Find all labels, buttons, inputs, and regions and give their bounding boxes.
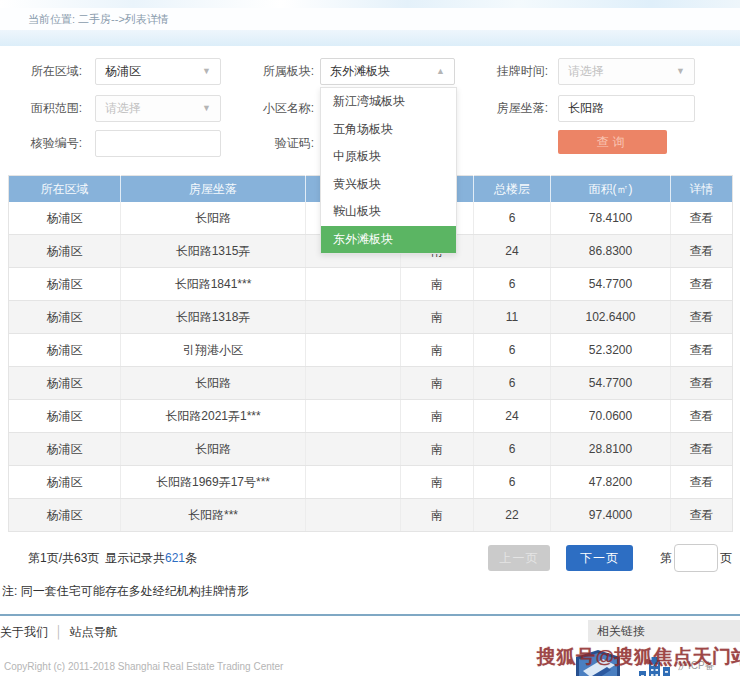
table-cell: 长阳路1318弄 [121, 301, 306, 334]
table-cell: 杨浦区 [9, 202, 121, 235]
next-page-button[interactable]: 下一页 [566, 545, 633, 571]
about-link[interactable]: 关于我们 [0, 625, 48, 639]
page-info: 第1页/共63页 [28, 550, 99, 567]
table-cell: 47.8200 [551, 466, 671, 499]
records-count: 621 [165, 551, 185, 565]
table-cell: 南 [401, 301, 474, 334]
table-cell: 南 [401, 334, 474, 367]
community-name-label: 小区名称: [248, 95, 314, 122]
table-cell: 杨浦区 [9, 400, 121, 433]
goto-page-prefix: 第 [660, 550, 672, 567]
goto-page-suffix: 页 [720, 550, 732, 567]
block-option[interactable]: 中原板块 [321, 143, 456, 171]
related-links-header: 相关链接 [588, 620, 740, 642]
detail-link[interactable]: 查看 [671, 334, 733, 367]
area-range-label: 面积范围: [16, 95, 82, 122]
table-row: 杨浦区长阳路南628.8100查看 [9, 433, 733, 466]
pagination-bar: 第1页/共63页 显示记录共621条 上一页 下一页 第 页 [0, 532, 740, 580]
table-cell: 长阳路*** [121, 499, 306, 532]
table-cell: 6 [474, 433, 551, 466]
table-cell: 南 [401, 268, 474, 301]
detail-link[interactable]: 查看 [671, 499, 733, 532]
table-cell: 南 [401, 367, 474, 400]
block-dropdown-panel: 新江湾城板块五角场板块中原板块黄兴板块鞍山板块东外滩板块 [320, 87, 457, 254]
area-range-select[interactable]: 请选择 ▼ [95, 95, 221, 122]
table-cell: 南 [401, 433, 474, 466]
table-cell: 杨浦区 [9, 268, 121, 301]
breadcrumb-bar: 当前位置: 二手房-->列表详情 [0, 8, 740, 30]
table-row: 杨浦区长阳路1969弄17号***南647.8200查看 [9, 466, 733, 499]
header-total-floors: 总楼层 [474, 176, 551, 203]
region-label: 所在区域: [16, 58, 82, 85]
table-cell: 杨浦区 [9, 466, 121, 499]
captcha-label: 验证码: [248, 130, 314, 157]
top-strip [0, 0, 740, 8]
chevron-down-icon: ▼ [202, 104, 211, 113]
watermark: 搜狐号@搜狐焦点天门站 [537, 644, 740, 670]
block-option[interactable]: 黄兴板块 [321, 171, 456, 199]
table-cell: 长阳路1969弄17号*** [121, 466, 306, 499]
block-option[interactable]: 东外滩板块 [321, 226, 456, 254]
table-cell: 24 [474, 400, 551, 433]
table-row: 杨浦区长阳路1841***南654.7700查看 [9, 268, 733, 301]
block-option[interactable]: 鞍山板块 [321, 198, 456, 226]
detail-link[interactable]: 查看 [671, 301, 733, 334]
table-cell: 杨浦区 [9, 301, 121, 334]
footer-links: 关于我们│站点导航 相关链接 [0, 616, 740, 647]
prev-page-button[interactable]: 上一页 [488, 545, 550, 571]
table-cell: 杨浦区 [9, 235, 121, 268]
table-cell: 6 [474, 268, 551, 301]
region-select[interactable]: 杨浦区 ▼ [95, 58, 221, 85]
detail-link[interactable]: 查看 [671, 367, 733, 400]
table-cell: 长阳路2021弄1*** [121, 400, 306, 433]
table-cell: 长阳路 [121, 202, 306, 235]
table-cell: 南 [401, 499, 474, 532]
detail-link[interactable]: 查看 [671, 433, 733, 466]
table-cell [306, 367, 401, 400]
table-cell: 70.0600 [551, 400, 671, 433]
table-cell [306, 400, 401, 433]
header-location: 房屋坐落 [121, 176, 306, 203]
detail-link[interactable]: 查看 [671, 268, 733, 301]
records-info: 显示记录共621条 [105, 550, 197, 567]
page: 当前位置: 二手房-->列表详情 所在区域: 杨浦区 ▼ 所属板块: 东外滩板块… [0, 0, 740, 676]
verify-number-input[interactable] [95, 130, 221, 157]
verify-number-label: 核验编号: [16, 130, 82, 157]
copyright-line-1: CopyRight (c) 2011-2018 Shanghai Real Es… [4, 661, 283, 672]
table-cell: 11 [474, 301, 551, 334]
table-row: 杨浦区长阳路1318弄南11102.6400查看 [9, 301, 733, 334]
listing-time-select[interactable]: 请选择 ▼ [558, 58, 695, 85]
sitemap-link[interactable]: 站点导航 [70, 625, 118, 639]
chevron-down-icon: ▼ [202, 67, 211, 76]
table-cell [306, 301, 401, 334]
breadcrumb: 当前位置: 二手房-->列表详情 [28, 12, 169, 27]
block-option[interactable]: 新江湾城板块 [321, 88, 456, 116]
separator: │ [55, 625, 63, 639]
block-label: 所属板块: [248, 58, 314, 85]
table-cell: 杨浦区 [9, 334, 121, 367]
table-cell: 78.4100 [551, 202, 671, 235]
house-location-input[interactable] [558, 95, 695, 122]
table-cell: 长阳路 [121, 367, 306, 400]
query-button[interactable]: 查询 [558, 130, 667, 154]
detail-link[interactable]: 查看 [671, 466, 733, 499]
table-cell: 6 [474, 466, 551, 499]
table-cell: 杨浦区 [9, 433, 121, 466]
table-cell [306, 499, 401, 532]
house-location-label: 房屋坐落: [482, 95, 548, 122]
detail-link[interactable]: 查看 [671, 235, 733, 268]
listing-time-label: 挂牌时间: [482, 58, 548, 85]
table-cell: 97.4000 [551, 499, 671, 532]
detail-link[interactable]: 查看 [671, 400, 733, 433]
table-cell: 54.7700 [551, 367, 671, 400]
detail-link[interactable]: 查看 [671, 202, 733, 235]
chevron-down-icon: ▼ [676, 67, 685, 76]
table-row: 杨浦区长阳路***南2297.4000查看 [9, 499, 733, 532]
block-option[interactable]: 五角场板块 [321, 116, 456, 144]
table-cell: 24 [474, 235, 551, 268]
chevron-up-icon: ▲ [436, 67, 445, 76]
decorative-band [0, 30, 740, 46]
table-cell: 南 [401, 466, 474, 499]
goto-page-input[interactable] [674, 544, 718, 572]
block-select[interactable]: 东外滩板块 ▲ [320, 58, 455, 85]
